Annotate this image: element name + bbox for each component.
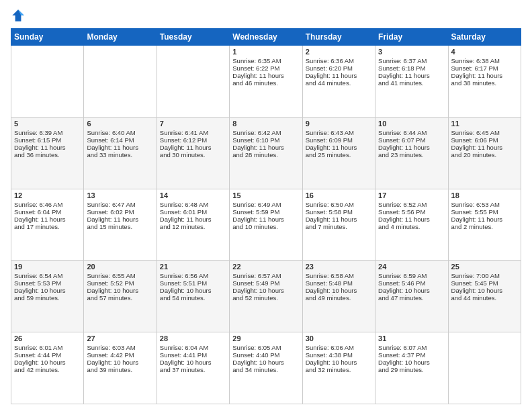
day-info-line: Sunrise: 6:45 AM (451, 129, 518, 136)
day-info-line: Sunrise: 7:00 AM (451, 272, 518, 279)
calendar-day-cell: 12Sunrise: 6:46 AMSunset: 6:04 PMDayligh… (11, 189, 84, 261)
day-info-line: Sunrise: 6:47 AM (87, 201, 153, 208)
day-info-line: Daylight: 11 hours (451, 144, 518, 151)
day-info-line: Sunrise: 6:44 AM (378, 129, 445, 136)
day-info-line: Sunset: 6:02 PM (87, 208, 153, 216)
day-info-line: and 52 minutes. (232, 294, 299, 302)
day-info-line: Sunset: 6:01 PM (160, 208, 226, 216)
day-info-line: Daylight: 11 hours (160, 144, 226, 151)
day-info-line: and 7 minutes. (306, 223, 372, 230)
weekday-header: Friday (375, 29, 448, 46)
calendar-day-cell: 18Sunrise: 6:53 AMSunset: 5:55 PMDayligh… (448, 189, 521, 261)
day-info-line: Sunrise: 6:46 AM (14, 201, 81, 208)
day-number: 9 (306, 120, 372, 128)
day-info-line: Sunset: 6:09 PM (306, 136, 372, 144)
day-info-line: Sunrise: 6:37 AM (378, 57, 445, 64)
day-number: 31 (378, 334, 445, 342)
day-info-line: and 34 minutes. (232, 366, 299, 373)
day-info-line: Sunset: 4:38 PM (306, 351, 372, 359)
day-info-line: and 30 minutes. (160, 151, 226, 158)
day-info-line: Sunrise: 6:07 AM (378, 344, 445, 351)
calendar-week-row: 26Sunrise: 6:01 AMSunset: 4:44 PMDayligh… (11, 332, 521, 404)
day-info-line: Sunset: 5:59 PM (232, 208, 299, 216)
day-info-line: and 17 minutes. (14, 223, 81, 230)
day-number: 3 (378, 48, 445, 56)
day-info-line: and 33 minutes. (87, 151, 153, 158)
day-info-line: Daylight: 10 hours (87, 287, 153, 294)
day-info-line: Sunrise: 6:59 AM (378, 272, 445, 279)
day-info-line: Sunset: 4:40 PM (232, 351, 299, 359)
day-info-line: Sunrise: 6:41 AM (160, 129, 226, 136)
logo-icon (11, 8, 26, 23)
day-number: 1 (232, 48, 299, 56)
calendar-day-cell: 15Sunrise: 6:49 AMSunset: 5:59 PMDayligh… (230, 189, 302, 261)
day-number: 19 (14, 263, 81, 271)
day-number: 13 (87, 191, 153, 199)
day-info-line: Daylight: 10 hours (306, 359, 372, 366)
calendar-day-cell: 20Sunrise: 6:55 AMSunset: 5:52 PMDayligh… (84, 261, 157, 332)
day-info-line: Sunset: 4:41 PM (160, 351, 226, 359)
day-info-line: and 49 minutes. (306, 294, 372, 302)
day-info-line: Sunrise: 6:55 AM (87, 272, 153, 279)
day-number: 10 (378, 120, 445, 128)
calendar-day-cell: 25Sunrise: 7:00 AMSunset: 5:45 PMDayligh… (448, 261, 521, 332)
calendar-day-cell: 23Sunrise: 6:58 AMSunset: 5:48 PMDayligh… (302, 261, 375, 332)
calendar-day-cell: 8Sunrise: 6:42 AMSunset: 6:10 PMDaylight… (230, 117, 302, 189)
calendar-day-cell: 6Sunrise: 6:40 AMSunset: 6:14 PMDaylight… (84, 117, 157, 189)
day-info-line: and 47 minutes. (378, 294, 445, 302)
calendar-day-cell: 14Sunrise: 6:48 AMSunset: 6:01 PMDayligh… (157, 189, 229, 261)
day-info-line: Daylight: 11 hours (306, 144, 372, 151)
day-number: 6 (87, 120, 153, 128)
day-info-line: and 54 minutes. (160, 294, 226, 302)
calendar-day-cell: 13Sunrise: 6:47 AMSunset: 6:02 PMDayligh… (84, 189, 157, 261)
day-info-line: and 12 minutes. (160, 223, 226, 230)
day-info-line: Sunset: 5:46 PM (378, 279, 445, 287)
calendar-day-cell: 31Sunrise: 6:07 AMSunset: 4:37 PMDayligh… (375, 332, 448, 404)
day-info-line: Daylight: 10 hours (14, 359, 81, 366)
day-info-line: Sunrise: 6:35 AM (232, 57, 299, 64)
calendar-day-cell: 24Sunrise: 6:59 AMSunset: 5:46 PMDayligh… (375, 261, 448, 332)
day-info-line: Daylight: 11 hours (378, 144, 445, 151)
day-info-line: Daylight: 10 hours (14, 287, 81, 294)
day-info-line: Sunset: 5:48 PM (306, 279, 372, 287)
calendar-day-cell: 1Sunrise: 6:35 AMSunset: 6:22 PMDaylight… (230, 46, 302, 118)
calendar-day-cell: 26Sunrise: 6:01 AMSunset: 4:44 PMDayligh… (11, 332, 84, 404)
day-info-line: Sunset: 6:04 PM (14, 208, 81, 216)
day-number: 29 (232, 334, 299, 342)
calendar-day-cell: 17Sunrise: 6:52 AMSunset: 5:56 PMDayligh… (375, 189, 448, 261)
day-info-line: and 15 minutes. (87, 223, 153, 230)
day-info-line: Daylight: 11 hours (232, 144, 299, 151)
day-info-line: Sunrise: 6:04 AM (160, 344, 226, 351)
calendar-day-cell: 27Sunrise: 6:03 AMSunset: 4:42 PMDayligh… (84, 332, 157, 404)
day-info-line: Sunset: 4:37 PM (378, 351, 445, 359)
day-info-line: Sunset: 4:42 PM (87, 351, 153, 359)
weekday-header: Tuesday (157, 29, 229, 46)
day-info-line: Sunrise: 6:52 AM (378, 201, 445, 208)
day-number: 12 (14, 191, 81, 199)
day-info-line: and 59 minutes. (14, 294, 81, 302)
day-number: 25 (451, 263, 518, 271)
day-info-line: Daylight: 10 hours (378, 359, 445, 366)
calendar-day-cell: 9Sunrise: 6:43 AMSunset: 6:09 PMDaylight… (302, 117, 375, 189)
day-info-line: Daylight: 11 hours (306, 72, 372, 79)
calendar-day-cell: 11Sunrise: 6:45 AMSunset: 6:06 PMDayligh… (448, 117, 521, 189)
weekday-header: Monday (84, 29, 157, 46)
day-info-line: Daylight: 11 hours (378, 216, 445, 223)
calendar-day-cell: 3Sunrise: 6:37 AMSunset: 6:18 PMDaylight… (375, 46, 448, 118)
day-info-line: Sunrise: 6:53 AM (451, 201, 518, 208)
day-number: 18 (451, 191, 518, 199)
calendar-day-cell: 19Sunrise: 6:54 AMSunset: 5:53 PMDayligh… (11, 261, 84, 332)
calendar-day-cell: 7Sunrise: 6:41 AMSunset: 6:12 PMDaylight… (157, 117, 229, 189)
day-info-line: Sunset: 5:51 PM (160, 279, 226, 287)
day-info-line: Daylight: 10 hours (378, 287, 445, 294)
day-info-line: Sunrise: 6:57 AM (232, 272, 299, 279)
day-info-line: Sunset: 6:07 PM (378, 136, 445, 144)
day-info-line: Sunset: 6:18 PM (378, 64, 445, 72)
calendar-week-row: 19Sunrise: 6:54 AMSunset: 5:53 PMDayligh… (11, 261, 521, 332)
day-info-line: Daylight: 10 hours (87, 359, 153, 366)
day-info-line: Daylight: 10 hours (160, 359, 226, 366)
day-info-line: and 38 minutes. (451, 79, 518, 87)
day-info-line: Sunset: 6:20 PM (306, 64, 372, 72)
day-info-line: Sunset: 5:56 PM (378, 208, 445, 216)
day-info-line: Sunset: 6:15 PM (14, 136, 81, 144)
